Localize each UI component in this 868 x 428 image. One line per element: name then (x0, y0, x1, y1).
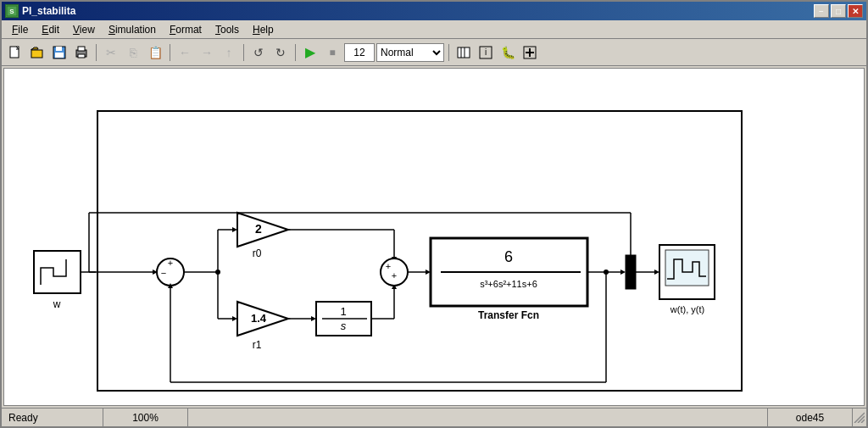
scope-label-text: w(t), y(t) (670, 304, 704, 314)
w-label: w (53, 298, 61, 310)
main-window: S PI_stabilita − □ ✕ File Edit View Simu… (0, 0, 868, 428)
titlebar-buttons: − □ ✕ (814, 4, 863, 18)
sum-minus: − (161, 268, 166, 278)
tf-denominator-text: s³+6s²+11s+6 (480, 279, 537, 289)
toolbar: ✂ ⎘ 📋 ← → ↑ ↺ ↻ ▶ ■ Normal Accelerator E… (2, 39, 866, 66)
tf-numerator-text: 6 (504, 248, 513, 265)
undo-button[interactable]: ← (175, 42, 195, 63)
gain1-triangle (237, 213, 288, 247)
addblock-button[interactable] (520, 42, 540, 63)
menu-help[interactable]: Help (246, 22, 281, 37)
stop-button[interactable]: ■ (322, 42, 342, 63)
rotate-right-button[interactable]: ↻ (270, 42, 291, 63)
sep5 (448, 44, 449, 61)
tf-to-mux-arrow (620, 270, 626, 275)
menu-tools[interactable]: Tools (209, 22, 246, 37)
integrator-1: 1 (340, 305, 346, 318)
debugger-button[interactable]: 🐛 (498, 42, 518, 63)
scope-screen (665, 250, 709, 286)
svg-line-20 (858, 416, 865, 423)
status-zoom: 100% (103, 409, 188, 426)
library-button[interactable] (453, 42, 474, 63)
sep1 (96, 44, 97, 61)
sep4 (295, 44, 296, 61)
up-button[interactable]: ↑ (219, 42, 239, 63)
titlebar-left: S PI_stabilita (5, 4, 75, 18)
svg-line-21 (861, 420, 865, 423)
status-middle (188, 409, 768, 426)
sum2-plus-left: + (386, 261, 391, 271)
redo-button[interactable]: → (197, 42, 217, 63)
svg-rect-9 (78, 54, 85, 58)
svg-rect-8 (78, 47, 85, 51)
menu-view[interactable]: View (66, 22, 102, 37)
resize-handle[interactable] (853, 411, 866, 425)
menu-simulation[interactable]: Simulation (102, 22, 163, 37)
canvas-area[interactable]: w + − 2 r0 (3, 68, 865, 406)
r1-label: r1 (253, 339, 262, 351)
svg-text:i: i (485, 47, 487, 57)
titlebar: S PI_stabilita − □ ✕ (2, 2, 866, 20)
maximize-button[interactable]: □ (831, 4, 846, 18)
app-icon: S (5, 4, 19, 18)
open-button[interactable] (27, 42, 47, 63)
close-button[interactable]: ✕ (848, 4, 863, 18)
r0-label: r0 (253, 247, 262, 259)
sep2 (170, 44, 170, 61)
save-button[interactable] (49, 42, 70, 63)
cut-button[interactable]: ✂ (101, 42, 121, 63)
sum2-plus-right: + (392, 270, 397, 281)
status-ready: Ready (2, 409, 103, 426)
modelinfo-button[interactable]: i (476, 42, 496, 63)
svg-rect-3 (31, 50, 42, 58)
sum-plus: + (168, 258, 173, 268)
menubar: File Edit View Simulation Format Tools H… (2, 20, 866, 39)
tf-label-text: Transfer Fcn (478, 309, 539, 321)
zoom-input[interactable] (344, 43, 375, 62)
copy-button[interactable]: ⎘ (123, 42, 143, 63)
svg-rect-10 (458, 47, 470, 58)
window-title: PI_stabilita (22, 5, 75, 17)
svg-rect-6 (55, 53, 64, 58)
menu-file[interactable]: File (5, 22, 35, 37)
mux-rect (626, 255, 636, 289)
play-button[interactable]: ▶ (300, 42, 320, 63)
status-solver: ode45 (768, 409, 853, 426)
diagram-svg: w + − 2 r0 (4, 69, 864, 405)
gain1-value-text: 2 (255, 222, 262, 236)
menu-edit[interactable]: Edit (35, 22, 66, 37)
paste-button[interactable]: 📋 (145, 42, 165, 63)
mode-select[interactable]: Normal Accelerator External (376, 43, 444, 62)
minimize-button[interactable]: − (814, 4, 829, 18)
new-button[interactable] (5, 42, 25, 63)
sep3 (243, 44, 244, 61)
svg-text:S: S (9, 8, 14, 15)
feedback-junction (604, 270, 609, 275)
rotate-left-button[interactable]: ↺ (248, 42, 269, 63)
menu-format[interactable]: Format (163, 22, 209, 37)
print-button[interactable] (71, 42, 92, 63)
integrator-s: s (341, 320, 347, 332)
gain2-value-text: 1.4 (251, 312, 267, 325)
svg-rect-5 (56, 47, 62, 51)
svg-rect-18 (97, 111, 742, 391)
statusbar: Ready 100% ode45 (2, 408, 866, 426)
